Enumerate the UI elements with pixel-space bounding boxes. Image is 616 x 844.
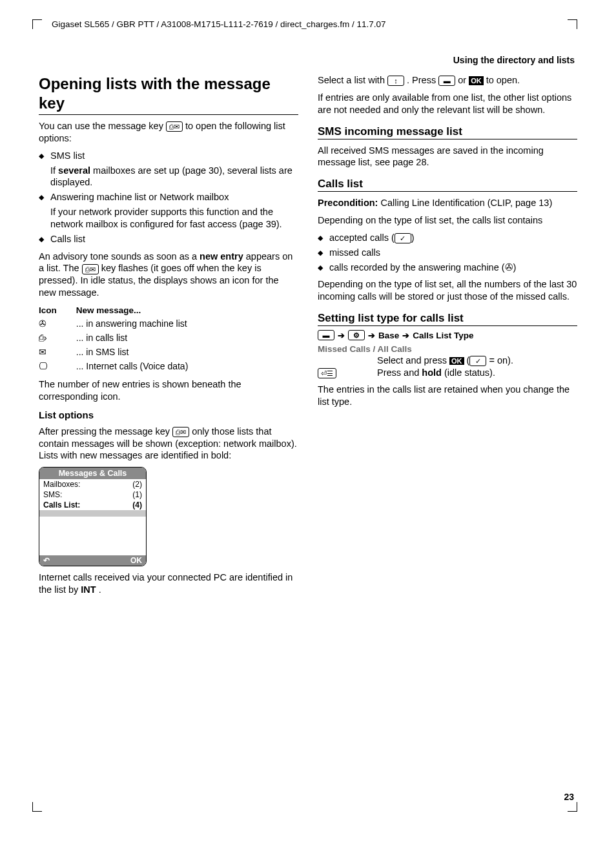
select-list-instruction: Select a list with ↕ . Press ▬ or OK to …	[318, 74, 577, 87]
back-softkey-icon: ↶	[43, 556, 50, 565]
phone-row-sms: SMS: (1)	[39, 489, 146, 500]
heading-opening-lists: Opening lists with the message key	[39, 74, 298, 115]
nav-calls-list-type: Calls List Type	[413, 331, 473, 340]
display-key-icon: ▬	[318, 330, 334, 340]
two-column-layout: Opening lists with the message key You c…	[39, 74, 577, 601]
left-column: Opening lists with the message key You c…	[39, 74, 298, 601]
monitor-icon: 🖵	[39, 359, 76, 373]
one-list-note: If entries are only available from one l…	[318, 92, 577, 116]
row-sms-list: ... in SMS list	[76, 345, 208, 359]
crop-mark	[32, 19, 42, 29]
heading-sms-incoming: SMS incoming message list	[318, 125, 577, 139]
phone-separator	[39, 510, 146, 517]
ok-badge: OK	[449, 357, 464, 365]
nav-base: Base	[378, 331, 399, 340]
checkmark-icon: ✓	[469, 356, 486, 366]
arrow-icon: ➔	[402, 331, 409, 340]
menu-navigation-path: ▬ ➔ ⚙ ➔ Base ➔ Calls List Type	[318, 330, 577, 340]
crop-mark	[568, 19, 577, 29]
heading-list-options: List options	[39, 409, 298, 420]
bullet-answering-machine: Answering machine list or Network mailbo…	[50, 191, 298, 231]
th-new-message: New message...	[76, 304, 208, 316]
crop-mark	[32, 802, 42, 812]
nav-up-down-icon: ↕	[387, 76, 404, 86]
retained-note: The entries in the calls list are retain…	[318, 384, 577, 408]
arrow-icon: ➔	[368, 331, 375, 340]
internet-calls-note: Internet calls received via your connect…	[39, 571, 298, 596]
phone-screen-mock: Messages & Calls Mailboxes: (2) SMS: (1)…	[39, 467, 147, 566]
phone-softkeys: ↶ OK	[39, 555, 146, 566]
step-select-press: Select and press OK (✓ = on).	[318, 355, 577, 366]
below-table-note: The number of new entries is shown benea…	[39, 378, 298, 403]
ok-badge: OK	[469, 76, 484, 85]
bullet-sms-list: SMS list If several mailboxes are set up…	[50, 150, 298, 189]
right-column: Select a list with ↕ . Press ▬ or OK to …	[318, 74, 577, 601]
display-key-icon: ▬	[438, 76, 455, 86]
phone-blank-area	[39, 517, 146, 555]
message-key-icon: ⎙✉	[172, 427, 189, 437]
doc-header-path: Gigaset SL565 / GBR PTT / A31008-M1715-L…	[52, 19, 386, 29]
step-press-hold: ⏎☰ Press and hold (idle status).	[318, 367, 577, 378]
row-answering-machine: ... in answering machine list	[76, 316, 208, 331]
heading-calls-list: Calls list	[318, 178, 577, 192]
section-title: Using the directory and lists	[39, 55, 577, 65]
advisory-paragraph: An advisory tone sounds as soon as a new…	[39, 251, 298, 299]
last-30-note: Depending on the type of list set, all t…	[318, 278, 577, 303]
list-options-paragraph: After pressing the message key ⎙✉ only t…	[39, 426, 298, 462]
precondition: Precondition: Calling Line Identificatio…	[318, 197, 577, 209]
calls-list-icon: ⎙›	[39, 331, 76, 345]
option-missed-all: Missed Calls / All Calls	[318, 344, 577, 354]
bullet-accepted-calls: accepted calls (✓)	[329, 232, 577, 244]
ok-softkey: OK	[130, 556, 142, 565]
row-internet-calls: ... Internet calls (Voice data)	[76, 359, 208, 373]
heading-setting-list-type: Setting list type for calls list	[318, 312, 577, 326]
phone-title: Messages & Calls	[39, 468, 146, 479]
checkmark-icon: ✓	[395, 233, 411, 243]
bullet-calls-list: Calls list	[50, 233, 298, 245]
intro-paragraph: You can use the message key ⎙✉ to open t…	[39, 120, 298, 145]
crop-mark	[568, 802, 577, 812]
envelope-icon: ✉	[39, 345, 76, 359]
tape-icon: ✇	[39, 316, 76, 331]
sms-incoming-body: All received SMS messages are saved in t…	[318, 145, 577, 169]
icon-meaning-table: Icon New message... ✇ ... in answering m…	[39, 304, 207, 373]
calls-list-bullets: accepted calls (✓) missed calls calls re…	[318, 232, 577, 274]
depending-intro: Depending on the type of list set, the c…	[318, 214, 577, 227]
bullet-recorded-calls: calls recorded by the answering machine …	[329, 262, 577, 274]
phone-row-calls-list: Calls List: (4)	[39, 500, 146, 510]
document-page: Gigaset SL565 / GBR PTT / A31008-M1715-L…	[0, 0, 616, 844]
page-number: 23	[564, 792, 574, 802]
bullet-missed-calls: missed calls	[329, 247, 577, 259]
phone-row-mailboxes: Mailboxes: (2)	[39, 479, 146, 489]
tape-icon: ✇	[505, 262, 513, 273]
message-key-icon: ⎙✉	[166, 121, 183, 132]
th-icon: Icon	[39, 304, 76, 316]
row-calls-list: ... in calls list	[76, 331, 208, 345]
arrow-icon: ➔	[338, 331, 345, 340]
message-key-icon: ⎙✉	[82, 264, 99, 274]
hangup-key-icon: ⏎☰	[318, 368, 336, 378]
settings-menu-icon: ⚙	[348, 330, 365, 340]
list-options-bullets: SMS list If several mailboxes are set up…	[39, 150, 298, 245]
